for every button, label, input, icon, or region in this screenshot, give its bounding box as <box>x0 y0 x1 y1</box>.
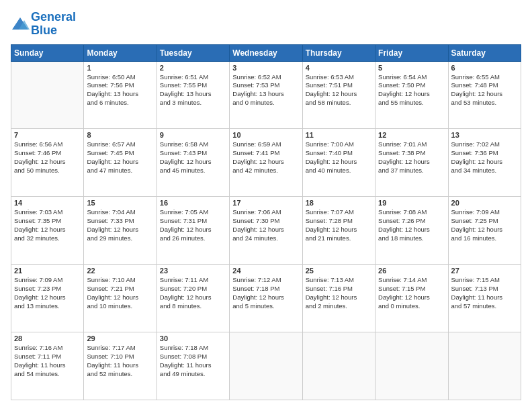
day-cell <box>11 61 84 129</box>
day-number: 26 <box>378 267 445 275</box>
day-cell: 1Sunrise: 6:50 AM Sunset: 7:56 PM Daylig… <box>84 61 157 129</box>
day-cell: 17Sunrise: 7:06 AM Sunset: 7:30 PM Dayli… <box>230 197 302 265</box>
day-cell: 24Sunrise: 7:12 AM Sunset: 7:18 PM Dayli… <box>230 265 302 332</box>
day-number: 23 <box>160 267 226 275</box>
week-row-4: 28Sunrise: 7:16 AM Sunset: 7:11 PM Dayli… <box>11 332 521 400</box>
day-cell: 23Sunrise: 7:11 AM Sunset: 7:20 PM Dayli… <box>157 265 229 332</box>
day-info: Sunrise: 6:58 AM Sunset: 7:43 PM Dayligh… <box>160 140 226 175</box>
day-info: Sunrise: 7:09 AM Sunset: 7:23 PM Dayligh… <box>14 276 81 310</box>
day-info: Sunrise: 7:00 AM Sunset: 7:40 PM Dayligh… <box>306 140 372 175</box>
day-info: Sunrise: 6:57 AM Sunset: 7:45 PM Dayligh… <box>87 140 153 175</box>
header-thursday: Thursday <box>302 44 375 61</box>
day-cell: 14Sunrise: 7:03 AM Sunset: 7:35 PM Dayli… <box>11 197 84 265</box>
day-cell: 30Sunrise: 7:18 AM Sunset: 7:08 PM Dayli… <box>157 332 229 400</box>
day-number: 1 <box>87 64 153 72</box>
header-tuesday: Tuesday <box>157 44 229 61</box>
day-info: Sunrise: 6:56 AM Sunset: 7:46 PM Dayligh… <box>14 140 81 175</box>
day-info: Sunrise: 7:17 AM Sunset: 7:10 PM Dayligh… <box>87 344 153 378</box>
day-info: Sunrise: 6:50 AM Sunset: 7:56 PM Dayligh… <box>87 73 153 107</box>
day-cell <box>230 332 302 400</box>
day-cell: 3Sunrise: 6:52 AM Sunset: 7:53 PM Daylig… <box>230 61 302 129</box>
week-row-0: 1Sunrise: 6:50 AM Sunset: 7:56 PM Daylig… <box>11 61 521 129</box>
header: General Blue <box>11 11 521 38</box>
day-info: Sunrise: 6:51 AM Sunset: 7:55 PM Dayligh… <box>160 73 226 107</box>
day-number: 9 <box>160 131 226 139</box>
day-info: Sunrise: 7:06 AM Sunset: 7:30 PM Dayligh… <box>232 208 299 242</box>
day-cell: 12Sunrise: 7:01 AM Sunset: 7:38 PM Dayli… <box>375 129 448 197</box>
day-number: 11 <box>306 131 372 139</box>
day-info: Sunrise: 7:18 AM Sunset: 7:08 PM Dayligh… <box>160 344 226 378</box>
day-info: Sunrise: 7:03 AM Sunset: 7:35 PM Dayligh… <box>14 208 81 242</box>
header-sunday: Sunday <box>11 44 84 61</box>
day-number: 14 <box>14 199 81 207</box>
day-info: Sunrise: 7:12 AM Sunset: 7:18 PM Dayligh… <box>232 276 299 310</box>
day-info: Sunrise: 7:10 AM Sunset: 7:21 PM Dayligh… <box>87 276 153 310</box>
day-number: 10 <box>232 131 299 139</box>
day-number: 24 <box>232 267 299 275</box>
day-number: 8 <box>87 131 153 139</box>
day-number: 16 <box>160 199 226 207</box>
day-number: 18 <box>306 199 372 207</box>
day-info: Sunrise: 7:05 AM Sunset: 7:31 PM Dayligh… <box>160 208 226 242</box>
day-number: 6 <box>451 64 518 72</box>
header-wednesday: Wednesday <box>230 44 302 61</box>
day-info: Sunrise: 6:53 AM Sunset: 7:51 PM Dayligh… <box>306 73 372 107</box>
day-number: 3 <box>232 64 299 72</box>
day-cell: 10Sunrise: 6:59 AM Sunset: 7:41 PM Dayli… <box>230 129 302 197</box>
day-cell: 2Sunrise: 6:51 AM Sunset: 7:55 PM Daylig… <box>157 61 229 129</box>
day-info: Sunrise: 7:15 AM Sunset: 7:13 PM Dayligh… <box>451 276 518 310</box>
calendar-table: SundayMondayTuesdayWednesdayThursdayFrid… <box>11 44 521 400</box>
day-cell: 28Sunrise: 7:16 AM Sunset: 7:11 PM Dayli… <box>11 332 84 400</box>
day-info: Sunrise: 6:59 AM Sunset: 7:41 PM Dayligh… <box>232 140 299 175</box>
day-number: 7 <box>14 131 81 139</box>
day-info: Sunrise: 7:04 AM Sunset: 7:33 PM Dayligh… <box>87 208 153 242</box>
header-monday: Monday <box>84 44 157 61</box>
calendar-header: SundayMondayTuesdayWednesdayThursdayFrid… <box>11 44 521 61</box>
day-number: 22 <box>87 267 153 275</box>
day-cell <box>302 332 375 400</box>
day-cell: 21Sunrise: 7:09 AM Sunset: 7:23 PM Dayli… <box>11 265 84 332</box>
day-info: Sunrise: 7:02 AM Sunset: 7:36 PM Dayligh… <box>451 140 518 175</box>
day-cell: 15Sunrise: 7:04 AM Sunset: 7:33 PM Dayli… <box>84 197 157 265</box>
day-cell: 26Sunrise: 7:14 AM Sunset: 7:15 PM Dayli… <box>375 265 448 332</box>
day-cell <box>448 332 521 400</box>
day-number: 25 <box>306 267 372 275</box>
day-number: 17 <box>232 199 299 207</box>
day-number: 28 <box>14 334 81 342</box>
day-number: 4 <box>306 64 372 72</box>
day-info: Sunrise: 6:52 AM Sunset: 7:53 PM Dayligh… <box>232 73 299 107</box>
day-cell: 5Sunrise: 6:54 AM Sunset: 7:50 PM Daylig… <box>375 61 448 129</box>
day-info: Sunrise: 6:54 AM Sunset: 7:50 PM Dayligh… <box>378 73 445 107</box>
day-info: Sunrise: 6:55 AM Sunset: 7:48 PM Dayligh… <box>451 73 518 107</box>
day-cell <box>375 332 448 400</box>
day-number: 21 <box>14 267 81 275</box>
day-info: Sunrise: 7:16 AM Sunset: 7:11 PM Dayligh… <box>14 344 81 378</box>
week-row-1: 7Sunrise: 6:56 AM Sunset: 7:46 PM Daylig… <box>11 129 521 197</box>
day-info: Sunrise: 7:09 AM Sunset: 7:25 PM Dayligh… <box>451 208 518 242</box>
day-cell: 25Sunrise: 7:13 AM Sunset: 7:16 PM Dayli… <box>302 265 375 332</box>
day-info: Sunrise: 7:01 AM Sunset: 7:38 PM Dayligh… <box>378 140 445 175</box>
day-cell: 19Sunrise: 7:08 AM Sunset: 7:26 PM Dayli… <box>375 197 448 265</box>
week-row-2: 14Sunrise: 7:03 AM Sunset: 7:35 PM Dayli… <box>11 197 521 265</box>
day-number: 15 <box>87 199 153 207</box>
day-cell: 18Sunrise: 7:07 AM Sunset: 7:28 PM Dayli… <box>302 197 375 265</box>
day-cell: 20Sunrise: 7:09 AM Sunset: 7:25 PM Dayli… <box>448 197 521 265</box>
day-cell: 22Sunrise: 7:10 AM Sunset: 7:21 PM Dayli… <box>84 265 157 332</box>
day-number: 30 <box>160 334 226 342</box>
day-info: Sunrise: 7:11 AM Sunset: 7:20 PM Dayligh… <box>160 276 226 310</box>
day-number: 29 <box>87 334 153 342</box>
logo-general: General <box>31 10 76 24</box>
day-number: 27 <box>451 267 518 275</box>
day-cell: 7Sunrise: 6:56 AM Sunset: 7:46 PM Daylig… <box>11 129 84 197</box>
day-number: 13 <box>451 131 518 139</box>
logo-blue: Blue <box>31 24 57 37</box>
day-cell: 9Sunrise: 6:58 AM Sunset: 7:43 PM Daylig… <box>157 129 229 197</box>
day-cell: 13Sunrise: 7:02 AM Sunset: 7:36 PM Dayli… <box>448 129 521 197</box>
day-info: Sunrise: 7:13 AM Sunset: 7:16 PM Dayligh… <box>306 276 372 310</box>
header-saturday: Saturday <box>448 44 521 61</box>
page: General Blue SundayMondayTuesdayWednesda… <box>0 0 532 411</box>
day-info: Sunrise: 7:08 AM Sunset: 7:26 PM Dayligh… <box>378 208 445 242</box>
day-number: 20 <box>451 199 518 207</box>
logo: General Blue <box>11 11 76 38</box>
day-info: Sunrise: 7:14 AM Sunset: 7:15 PM Dayligh… <box>378 276 445 310</box>
